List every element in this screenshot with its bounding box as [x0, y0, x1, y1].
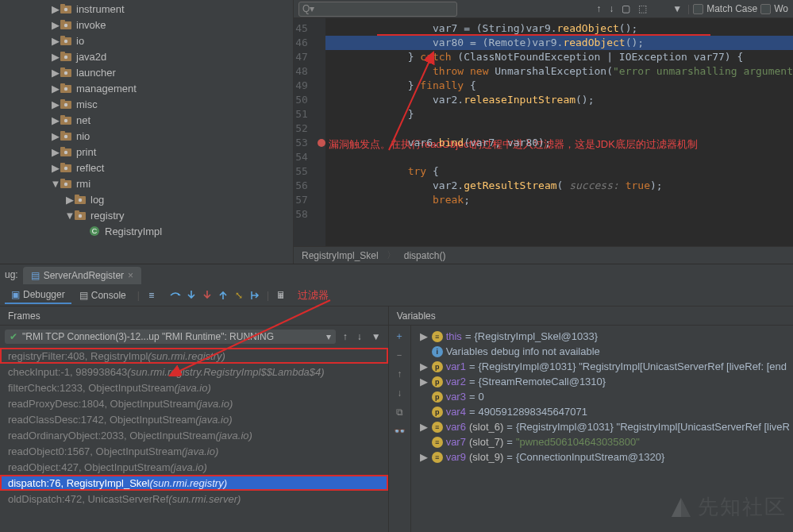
prev-match-icon[interactable]: ↑	[594, 2, 603, 16]
package-icon	[60, 114, 73, 125]
variable-row[interactable]: pvar4 = 4905912898345647071	[414, 404, 790, 419]
frame-item[interactable]: readObject:427, ObjectInputStream (java.…	[0, 459, 388, 475]
code-line-51[interactable]: }	[325, 107, 793, 121]
frame-item[interactable]: filterCheck:1233, ObjectInputStream (jav…	[0, 380, 388, 395]
code-line-47[interactable]: } catch (ClassNotFoundException | IOExce…	[325, 50, 793, 64]
breakpoint-icon[interactable]	[318, 139, 325, 147]
variable-row[interactable]: ▶pvar2 = {StreamRemoteCall@1310}	[414, 374, 790, 389]
expand-icon[interactable]: ▶	[419, 451, 429, 463]
svg-rect-40	[75, 210, 79, 214]
frame-item[interactable]: registryFilter:408, RegistryImpl (sun.rm…	[0, 348, 388, 364]
code-line-56[interactable]: var2.getResultStream( success: true);	[325, 179, 793, 193]
code-line-50[interactable]: var2.releaseInputStream();	[325, 93, 793, 107]
frames-filter-icon[interactable]: ▼	[369, 331, 383, 342]
find-filter-icon[interactable]: ▢	[619, 2, 633, 16]
force-step-into-icon[interactable]	[200, 288, 214, 303]
run-to-cursor-icon[interactable]	[248, 288, 262, 303]
line-gutter[interactable]: 4546474849505152535455565758	[294, 18, 318, 246]
thread-icon[interactable]: ≡	[144, 288, 159, 303]
find-input[interactable]: Q▾	[298, 2, 457, 17]
variable-row[interactable]: ▶pvar1 = {RegistryImpl@1031} "RegistryIm…	[414, 359, 790, 374]
expand-icon[interactable]: ▶	[419, 421, 429, 433]
project-tree[interactable]: ▶instrument▶invoke▶io▶java2d▶launcher▶ma…	[0, 0, 294, 264]
frame-item[interactable]: readClassDesc:1742, ObjectInputStream (j…	[0, 411, 388, 427]
tree-item-reflect[interactable]: ▶reflect	[0, 160, 293, 175]
tree-item-io[interactable]: ▶io	[0, 33, 293, 48]
tree-item-print[interactable]: ▶print	[0, 144, 293, 160]
console-icon: ▤	[79, 290, 88, 301]
breakpoint-gutter[interactable]	[318, 18, 325, 246]
tab-console[interactable]: ▤ Console	[73, 287, 133, 303]
tree-item-net[interactable]: ▶net	[0, 112, 293, 128]
code-line-55[interactable]: try {	[325, 164, 793, 179]
tree-item-misc[interactable]: ▶misc	[0, 96, 293, 112]
close-icon[interactable]: ×	[128, 270, 133, 281]
step-out-icon[interactable]	[216, 288, 230, 303]
variables-tree[interactable]: ▶≡this = {RegistryImpl_Skel@1033}iVariab…	[411, 326, 793, 532]
breadcrumb-method[interactable]: dispatch()	[404, 250, 446, 261]
variable-row[interactable]: pvar3 = 0	[414, 389, 790, 404]
code-line-54[interactable]	[325, 150, 793, 164]
glasses-icon[interactable]: 👓	[392, 424, 406, 438]
run-config-tab[interactable]: ▤ ServerAndRegister ×	[23, 267, 141, 284]
words-checkbox[interactable]	[760, 4, 771, 14]
variable-row[interactable]: ▶≡var9 (slot_9) = {ConnectionInputStream…	[414, 449, 790, 465]
frame-item[interactable]: checkInput:-1, 989938643 (sun.rmi.regist…	[0, 364, 388, 380]
frame-item[interactable]: readOrdinaryObject:2033, ObjectInputStre…	[0, 427, 388, 443]
next-match-icon[interactable]: ↓	[606, 2, 616, 16]
tree-item-registryimpl[interactable]: CRegistryImpl	[0, 223, 293, 239]
breadcrumb-class[interactable]: RegistryImpl_Skel	[302, 250, 379, 261]
expand-icon[interactable]: ▶	[419, 360, 429, 372]
tab-debugger[interactable]: ▣ Debugger	[5, 287, 71, 304]
copy-icon[interactable]: ⧉	[392, 405, 406, 419]
variable-row[interactable]: iVariables debug info not available	[414, 344, 790, 359]
step-over-icon[interactable]	[168, 288, 183, 303]
variable-row[interactable]: ▶≡this = {RegistryImpl_Skel@1033}	[414, 329, 790, 344]
frame-item[interactable]	[0, 507, 388, 522]
frame-item[interactable]: readProxyDesc:1804, ObjectInputStream (j…	[0, 395, 388, 411]
variable-row[interactable]: ≡var7 (slot_7) = "pwned506104643035800"	[414, 434, 790, 449]
filter-icon[interactable]: ▼	[670, 2, 684, 16]
step-into-icon[interactable]	[184, 288, 198, 303]
select-all-icon[interactable]: ⬚	[636, 2, 649, 16]
frames-list[interactable]: registryFilter:408, RegistryImpl (sun.rm…	[0, 348, 388, 532]
evaluate-icon[interactable]: 🖩	[274, 288, 288, 303]
tree-item-management[interactable]: ▶management	[0, 80, 293, 96]
frame-item[interactable]: oldDispatch:472, UnicastServerRef (sun.r…	[0, 491, 388, 507]
watch-up-icon[interactable]: ↑	[392, 367, 406, 381]
code-line-46[interactable]: var80 = (Remote)var9.readObject();	[325, 36, 793, 50]
code-line-53[interactable]: var6.bind(var7, var80);	[325, 136, 793, 150]
tree-item-registry[interactable]: ▼registry	[0, 207, 293, 223]
code-line-45[interactable]: var7 = (String)var9.readObject();	[325, 21, 793, 36]
frame-item[interactable]: readObject0:1567, ObjectInputStream (jav…	[0, 443, 388, 459]
code-line-48[interactable]: throw new UnmarshalException("error unma…	[325, 64, 793, 79]
prev-frame-icon[interactable]: ↑	[341, 331, 350, 342]
tree-item-invoke[interactable]: ▶invoke	[0, 17, 293, 33]
next-frame-icon[interactable]: ↓	[355, 331, 364, 342]
tree-item-launcher[interactable]: ▶launcher	[0, 64, 293, 80]
code-line-57[interactable]: break;	[325, 193, 793, 207]
remove-watch-icon[interactable]: －	[392, 348, 406, 362]
expand-icon[interactable]: ▶	[419, 376, 429, 387]
watch-down-icon[interactable]: ↓	[392, 386, 406, 400]
tree-item-java2d[interactable]: ▶java2d	[0, 48, 293, 64]
add-watch-icon[interactable]: ＋	[392, 329, 406, 343]
code-line-58[interactable]	[325, 207, 793, 222]
match-case-checkbox[interactable]	[693, 4, 703, 14]
expand-icon[interactable]: ▶	[419, 330, 429, 342]
frame-item[interactable]: dispatch:76, RegistryImpl_Skel (sun.rmi.…	[0, 475, 388, 491]
tree-item-label: nio	[76, 130, 90, 142]
code-area[interactable]: 漏洞触发点。在执行readObject的过程中进入过滤器，这是JDK底层的过滤器…	[325, 18, 793, 246]
tree-item-rmi[interactable]: ▼rmi	[0, 175, 293, 191]
editor-breadcrumb[interactable]: RegistryImpl_Skel 〉 dispatch()	[294, 246, 793, 264]
variable-row[interactable]: ▶≡var6 (slot_6) = {RegistryImpl@1031} "R…	[414, 419, 790, 434]
toolwindow-label: ug:	[2, 269, 23, 284]
tree-item-instrument[interactable]: ▶instrument	[0, 1, 293, 17]
code-line-49[interactable]: } finally {	[325, 79, 793, 93]
code-line-52[interactable]	[325, 121, 793, 136]
tree-item-log[interactable]: ▶log	[0, 191, 293, 207]
tree-item-nio[interactable]: ▶nio	[0, 128, 293, 144]
thread-selector[interactable]: ✔ "RMI TCP Connection(3)-12...up "RMI Ru…	[5, 330, 336, 344]
check-icon: ✔	[10, 331, 17, 342]
drop-frame-icon[interactable]: ⤡	[232, 288, 246, 303]
